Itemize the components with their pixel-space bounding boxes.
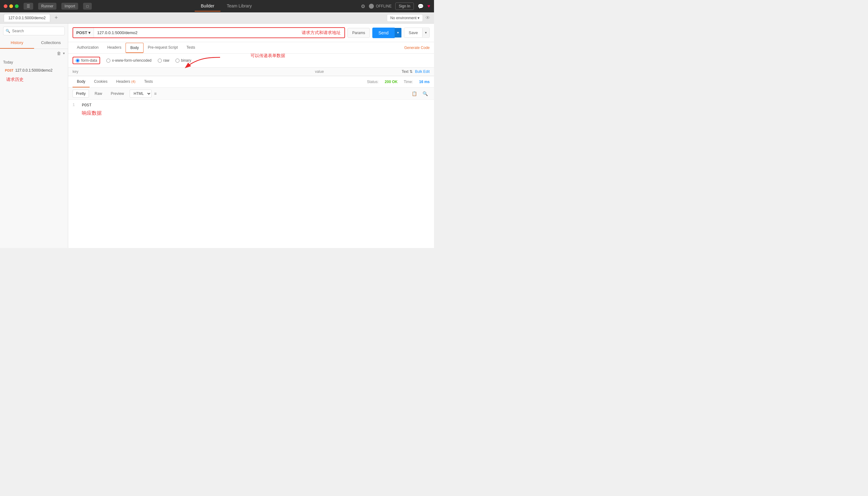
wrap-icon[interactable]: ≡ [154,91,157,96]
close-button[interactable] [4,4,7,8]
request-tabs: Authorization Headers Body Pre-request S… [68,42,434,53]
history-url: 127.0.0.1:5000/demo2 [15,68,52,73]
tab-pre-request[interactable]: Pre-request Script [143,42,182,53]
offline-badge: OFFLINE [369,4,391,9]
response-area: Body Cookies Headers (4) Tests Status: 2… [68,76,434,248]
params-button[interactable]: Params [347,28,370,38]
raw-option[interactable]: raw [158,58,169,63]
environment-select[interactable]: No environment ▾ [387,14,423,22]
tab-tests[interactable]: Tests [182,42,199,53]
resp-tab-body[interactable]: Body [73,76,90,88]
tabs-bar: 127.0.0.1:5000/demo2 + No environment ▾ … [0,12,434,24]
minimize-button[interactable] [9,4,13,8]
main-layout: 🔍 History Collections 🗑 ▾ Today POST 127… [0,24,434,248]
tab-headers[interactable]: Headers [103,42,126,53]
line-numbers: 1 [73,103,82,245]
send-button-wrap: Send ▾ [372,28,402,38]
traffic-lights [4,4,19,8]
url-encoded-label: x-www-form-urlencoded [112,58,151,63]
text-type-label: Text [402,69,408,74]
tab-team-library[interactable]: Team Library [220,1,258,12]
bulk-edit-button[interactable]: Bulk Edit [415,69,430,74]
gear-icon[interactable]: ⚙ [361,3,365,9]
binary-option[interactable]: binary [175,58,191,63]
raw-radio[interactable] [158,59,162,63]
url-bar: POST ▾ 请求方式和请求地址 Params Send ▾ Save ▾ [68,24,434,42]
form-data-option[interactable]: form-data [73,57,100,64]
generate-code-button[interactable]: Generate Code [404,46,430,50]
today-label: Today [3,60,65,64]
copy-button[interactable]: 📋 [410,90,419,97]
fmt-tab-preview[interactable]: Preview [108,90,127,97]
list-item[interactable]: POST 127.0.0.1:5000/demo2 [3,67,65,74]
comment-icon[interactable]: 💬 [418,3,424,9]
send-button[interactable]: Send [372,28,395,38]
chevron-down-icon[interactable]: ▾ [63,51,65,56]
runner-button[interactable]: Runner [38,3,57,10]
tab-body[interactable]: Body [126,43,143,53]
form-table-actions: Text ⇅ Bulk Edit [402,69,430,74]
fmt-tab-raw[interactable]: Raw [91,90,105,97]
trash-icon[interactable]: 🗑 [57,51,61,56]
method-select[interactable]: POST ▾ [73,28,94,37]
status-label: Status: [367,80,378,84]
request-tab-1[interactable]: 127.0.0.1:5000/demo2 [4,14,50,22]
form-data-label: form-data [81,58,97,63]
search-icon: 🔍 [5,29,10,33]
value-column-header: value [237,69,402,74]
response-format-bar: Pretty Raw Preview HTML ≡ 📋 🔍 [68,88,434,100]
form-table-header: key value Text ⇅ Bulk Edit [68,67,434,76]
code-line-1[interactable]: POST [82,103,102,108]
fmt-tab-pretty[interactable]: Pretty [73,90,89,98]
method-badge: POST [5,69,13,72]
import-button[interactable]: Import [61,3,78,10]
sidebar-search-wrap: 🔍 [0,24,68,37]
sidebar-tab-history[interactable]: History [0,37,34,49]
maximize-button[interactable] [15,4,19,8]
offline-label: OFFLINE [376,4,391,9]
sidebar-content: Today POST 127.0.0.1:5000/demo2 请求历史 [0,58,68,248]
form-data-radio[interactable] [76,59,80,63]
tab-builder[interactable]: Builder [195,1,221,12]
format-select[interactable]: HTML [129,90,152,98]
binary-radio[interactable] [175,59,180,63]
send-dropdown-button[interactable]: ▾ [394,28,401,37]
url-input-wrap: POST ▾ 请求方式和请求地址 [73,27,345,38]
save-button[interactable]: Save [404,28,422,37]
body-options: form-data x-www-form-urlencoded raw bina… [68,53,434,67]
heart-icon[interactable]: ♥ [428,3,431,9]
code-content: POST 响应数据 [82,103,102,245]
method-label: POST [76,30,87,35]
offline-dot-icon [369,4,374,9]
binary-label: binary [181,58,191,63]
sidebar-tab-collections[interactable]: Collections [34,37,68,49]
nav-tabs: Builder Team Library [97,1,356,12]
new-window-button[interactable]: □ [83,3,91,10]
resp-tab-tests[interactable]: Tests [140,76,157,88]
search-response-button[interactable]: 🔍 [421,90,430,97]
search-input[interactable] [3,27,65,35]
history-annotation: 请求历史 [3,75,65,84]
headers-count: (4) [131,80,135,83]
response-tabs-bar: Body Cookies Headers (4) Tests Status: 2… [68,76,434,88]
resp-tab-cookies[interactable]: Cookies [90,76,112,88]
url-encoded-option[interactable]: x-www-form-urlencoded [106,58,151,63]
titlebar-right: ⚙ OFFLINE Sign In 💬 ♥ [361,2,430,10]
url-input[interactable] [94,28,298,37]
sidebar-toggle-button[interactable]: ☰ [24,3,33,10]
raw-label: raw [164,58,169,63]
code-area: 1 POST 响应数据 [68,100,434,248]
eye-icon[interactable]: 👁 [425,15,430,21]
url-encoded-radio[interactable] [106,59,110,63]
annotation-label: 可以传递表单数据 [250,53,285,59]
resp-tab-headers[interactable]: Headers (4) [112,76,140,88]
add-tab-button[interactable]: + [53,15,60,21]
sign-in-button[interactable]: Sign In [395,2,414,10]
sidebar: 🔍 History Collections 🗑 ▾ Today POST 127… [0,24,68,248]
format-right-actions: 📋 🔍 [410,90,430,97]
text-type-button[interactable]: Text ⇅ [402,69,413,74]
tab-authorization[interactable]: Authorization [73,42,103,53]
save-dropdown-button[interactable]: ▾ [422,28,429,37]
sort-icon: ⇅ [409,69,413,74]
save-button-wrap: Save ▾ [404,28,430,38]
